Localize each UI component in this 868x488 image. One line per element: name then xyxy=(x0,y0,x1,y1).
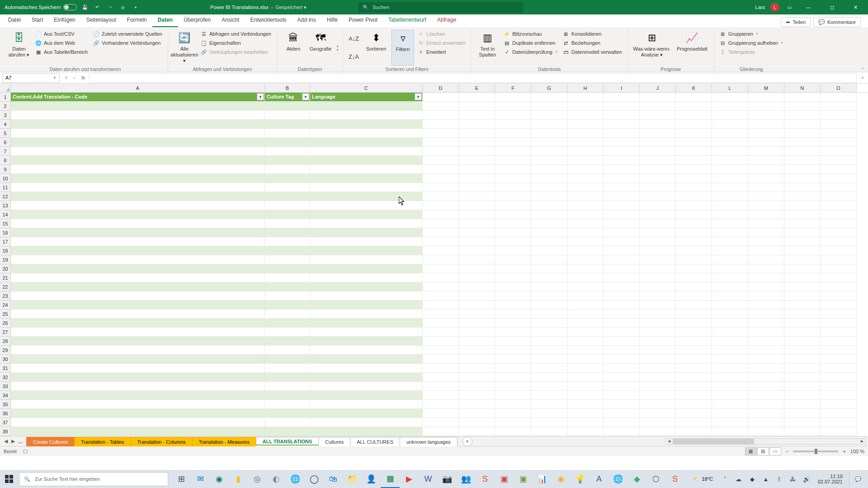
cell[interactable] xyxy=(748,273,784,282)
column-header[interactable]: H xyxy=(567,84,604,92)
cell[interactable] xyxy=(676,219,712,228)
cell[interactable] xyxy=(712,111,748,120)
cell[interactable] xyxy=(531,120,567,129)
cell[interactable] xyxy=(748,373,784,382)
row-header[interactable]: 33 xyxy=(0,382,11,391)
cell[interactable] xyxy=(531,174,567,183)
cell[interactable] xyxy=(567,282,604,291)
cell[interactable] xyxy=(821,409,857,418)
cell[interactable] xyxy=(495,346,531,355)
cell[interactable] xyxy=(265,373,310,382)
cell[interactable] xyxy=(11,355,265,364)
cell[interactable] xyxy=(784,165,821,174)
cell[interactable] xyxy=(531,255,567,264)
cell[interactable] xyxy=(531,219,567,228)
cell[interactable] xyxy=(495,120,531,129)
cell[interactable] xyxy=(604,319,640,328)
cell[interactable] xyxy=(531,427,567,436)
cell[interactable] xyxy=(495,228,531,237)
existing-connections-button[interactable]: 🔗Vorhandene Verbindungen xyxy=(91,39,164,47)
row-header[interactable]: 16 xyxy=(0,228,11,237)
cell[interactable] xyxy=(459,328,495,337)
cell[interactable] xyxy=(265,328,310,337)
cell[interactable] xyxy=(640,165,676,174)
qat-customize-icon[interactable]: ▾ xyxy=(131,3,140,12)
cell[interactable] xyxy=(310,183,423,192)
chevron-up-icon[interactable]: ▲ xyxy=(336,44,339,47)
forecast-sheet-button[interactable]: 📈Prognoseblatt xyxy=(674,30,710,66)
cell[interactable] xyxy=(495,300,531,310)
cell[interactable] xyxy=(265,418,310,427)
cell[interactable] xyxy=(640,174,676,183)
cell[interactable] xyxy=(567,264,604,273)
sheet-tab[interactable]: Translation - Tables xyxy=(74,437,131,446)
cell[interactable] xyxy=(265,310,310,319)
cell[interactable] xyxy=(821,156,857,165)
row-header[interactable]: 30 xyxy=(0,355,11,364)
stocks-datatype-button[interactable]: 🏛Aktien xyxy=(281,30,306,66)
cell[interactable] xyxy=(748,337,784,346)
cell[interactable] xyxy=(11,400,265,409)
column-header[interactable]: A xyxy=(11,84,265,92)
cell[interactable] xyxy=(423,273,459,282)
cell[interactable] xyxy=(567,93,604,102)
cell[interactable] xyxy=(821,346,857,355)
cell[interactable] xyxy=(640,138,676,147)
cell[interactable] xyxy=(640,264,676,273)
cell[interactable] xyxy=(676,391,712,400)
cell[interactable] xyxy=(748,93,784,102)
cell[interactable] xyxy=(712,346,748,355)
cell[interactable] xyxy=(604,300,640,310)
cell[interactable] xyxy=(310,409,423,418)
cell[interactable] xyxy=(676,310,712,319)
app-icon[interactable]: 📊 xyxy=(533,470,552,488)
row-header[interactable]: 12 xyxy=(0,192,11,201)
cell[interactable] xyxy=(11,319,265,328)
cell[interactable] xyxy=(495,93,531,102)
app-icon[interactable]: A xyxy=(590,470,609,488)
ribbon-tab-daten[interactable]: Daten xyxy=(152,14,178,27)
cell[interactable] xyxy=(748,400,784,409)
maximize-button[interactable]: ◻ xyxy=(823,0,841,14)
cell[interactable] xyxy=(604,355,640,364)
cell[interactable] xyxy=(531,418,567,427)
cell[interactable] xyxy=(459,310,495,319)
manage-datamodel-button[interactable]: 🗃Datenmodell verwalten xyxy=(561,48,624,56)
cell[interactable] xyxy=(712,409,748,418)
cell[interactable] xyxy=(310,228,423,237)
cell[interactable] xyxy=(640,337,676,346)
cell[interactable] xyxy=(748,346,784,355)
data-validation-button[interactable]: ✓Datenüberprüfung▾ xyxy=(502,48,559,56)
cell[interactable] xyxy=(748,310,784,319)
column-header[interactable]: F xyxy=(495,84,531,92)
cell[interactable] xyxy=(265,138,310,147)
cell[interactable] xyxy=(567,427,604,436)
cell[interactable] xyxy=(423,264,459,273)
filter-dropdown-icon[interactable]: ▾ xyxy=(415,93,422,100)
cell[interactable] xyxy=(495,183,531,192)
search-box[interactable]: 🔍 Suchen xyxy=(358,2,523,13)
cell[interactable] xyxy=(676,93,712,102)
cell[interactable] xyxy=(459,382,495,391)
cell[interactable] xyxy=(676,282,712,291)
cell[interactable] xyxy=(423,346,459,355)
cell[interactable] xyxy=(423,373,459,382)
cell[interactable] xyxy=(423,147,459,156)
cell[interactable] xyxy=(531,192,567,201)
cell[interactable] xyxy=(748,364,784,373)
cell[interactable] xyxy=(495,147,531,156)
row-header[interactable]: 11 xyxy=(0,183,11,192)
group-button[interactable]: ⊞Gruppieren▾ xyxy=(718,30,785,38)
sheet-tab[interactable]: Translation - Measures xyxy=(192,437,256,446)
cell[interactable] xyxy=(604,346,640,355)
cell[interactable] xyxy=(11,282,265,291)
cell[interactable] xyxy=(748,237,784,246)
cell[interactable] xyxy=(712,237,748,246)
cell[interactable] xyxy=(604,264,640,273)
cell[interactable] xyxy=(676,102,712,111)
cell[interactable] xyxy=(748,147,784,156)
cell[interactable] xyxy=(676,418,712,427)
cell[interactable] xyxy=(748,300,784,310)
cell[interactable] xyxy=(265,427,310,436)
cell[interactable] xyxy=(11,427,265,436)
